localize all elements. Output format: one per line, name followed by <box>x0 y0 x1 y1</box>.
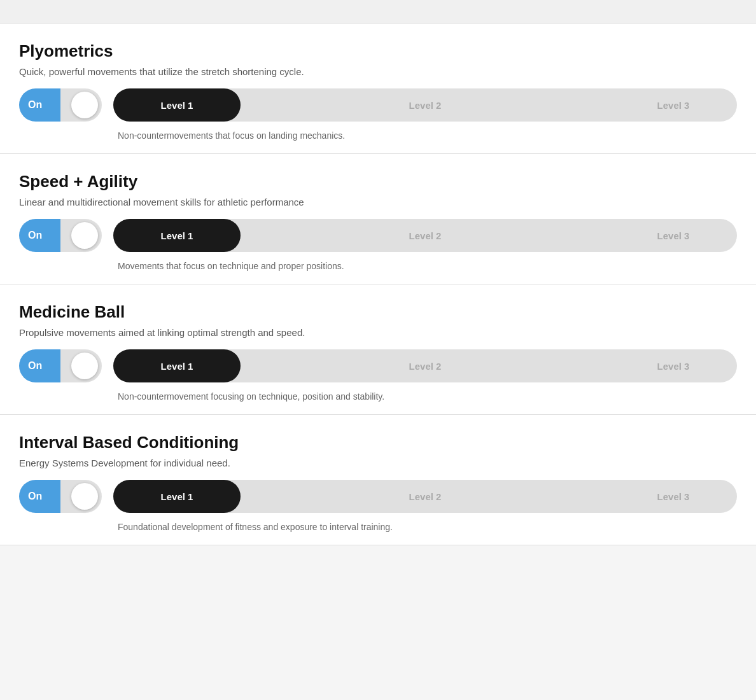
toggle-label-speed-agility: On <box>28 230 42 241</box>
level1-button-speed-agility[interactable]: Level 1 <box>113 219 241 252</box>
level3-button-plyometrics[interactable]: Level 3 <box>616 88 731 122</box>
toggle-knob-plyometrics <box>71 92 98 118</box>
section-interval-conditioning: Interval Based Conditioning Energy Syste… <box>0 415 756 545</box>
toggle-interval-conditioning[interactable]: On <box>19 480 102 513</box>
section-title-speed-agility: Speed + Agility <box>19 172 737 192</box>
level-slider-speed-agility: Level 1 Level 2 Level 3 <box>113 219 737 252</box>
level2-button-plyometrics[interactable]: Level 2 <box>368 88 482 122</box>
level3-button-speed-agility[interactable]: Level 3 <box>616 219 731 252</box>
level3-button-interval-conditioning[interactable]: Level 3 <box>616 480 731 513</box>
level2-button-speed-agility[interactable]: Level 2 <box>368 219 482 252</box>
section-description-medicine-ball: Propulsive movements aimed at linking op… <box>19 327 737 338</box>
section-medicine-ball: Medicine Ball Propulsive movements aimed… <box>0 284 756 415</box>
control-row-interval-conditioning: On Level 1 Level 2 Level 3 <box>19 480 737 513</box>
section-plyometrics: Plyometrics Quick, powerful movements th… <box>0 24 756 154</box>
section-title-medicine-ball: Medicine Ball <box>19 302 737 322</box>
control-row-medicine-ball: On Level 1 Level 2 Level 3 <box>19 349 737 382</box>
level-slider-plyometrics: Level 1 Level 2 Level 3 <box>113 88 737 122</box>
level1-button-interval-conditioning[interactable]: Level 1 <box>113 480 241 513</box>
section-description-plyometrics: Quick, powerful movements that utilize t… <box>19 66 737 77</box>
level-description-speed-agility: Movements that focus on technique and pr… <box>19 261 737 271</box>
toggle-label-plyometrics: On <box>28 99 42 111</box>
toggle-knob-speed-agility <box>71 222 98 249</box>
toggle-speed-agility[interactable]: On <box>19 219 102 252</box>
slider-track-speed-agility: Level 1 Level 2 Level 3 <box>113 219 737 252</box>
toggle-knob-interval-conditioning <box>71 483 98 510</box>
slider-track-interval-conditioning: Level 1 Level 2 Level 3 <box>113 480 737 513</box>
level-slider-interval-conditioning: Level 1 Level 2 Level 3 <box>113 480 737 513</box>
slider-track-plyometrics: Level 1 Level 2 Level 3 <box>113 88 737 122</box>
toggle-medicine-ball[interactable]: On <box>19 349 102 382</box>
level2-button-interval-conditioning[interactable]: Level 2 <box>368 480 482 513</box>
level1-button-medicine-ball[interactable]: Level 1 <box>113 349 241 382</box>
level-description-interval-conditioning: Foundational development of fitness and … <box>19 522 737 532</box>
level-slider-medicine-ball: Level 1 Level 2 Level 3 <box>113 349 737 382</box>
section-speed-agility: Speed + Agility Linear and multidirectio… <box>0 154 756 284</box>
section-title-interval-conditioning: Interval Based Conditioning <box>19 433 737 452</box>
toggle-label-medicine-ball: On <box>28 360 42 372</box>
section-description-speed-agility: Linear and multidirectional movement ski… <box>19 197 737 207</box>
slider-track-medicine-ball: Level 1 Level 2 Level 3 <box>113 349 737 382</box>
level-description-plyometrics: Non-countermovements that focus on landi… <box>19 130 737 141</box>
section-title-plyometrics: Plyometrics <box>19 41 737 61</box>
toggle-knob-medicine-ball <box>71 353 98 379</box>
level3-button-medicine-ball[interactable]: Level 3 <box>616 349 731 382</box>
control-row-speed-agility: On Level 1 Level 2 Level 3 <box>19 219 737 252</box>
control-row-plyometrics: On Level 1 Level 2 Level 3 <box>19 88 737 122</box>
level1-button-plyometrics[interactable]: Level 1 <box>113 88 241 122</box>
level-description-medicine-ball: Non-countermovement focusing on techniqu… <box>19 391 737 402</box>
toggle-plyometrics[interactable]: On <box>19 88 102 122</box>
toggle-label-interval-conditioning: On <box>28 491 42 502</box>
section-description-interval-conditioning: Energy Systems Development for individua… <box>19 458 737 468</box>
level2-button-medicine-ball[interactable]: Level 2 <box>368 349 482 382</box>
